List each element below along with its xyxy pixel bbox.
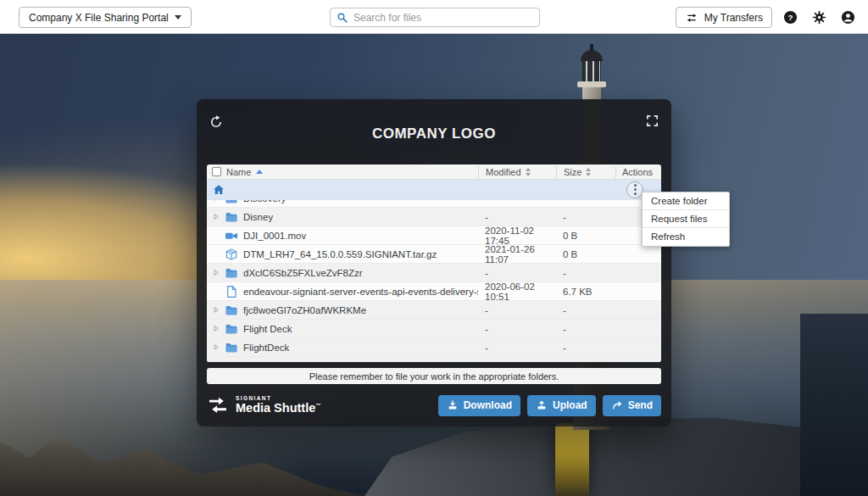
table-row[interactable]: fjc8woeGl7oZH0afWKRKMe - - xyxy=(207,301,661,320)
home-icon[interactable] xyxy=(212,183,225,197)
actions-kebab-button[interactable] xyxy=(626,181,643,198)
search-bar[interactable] xyxy=(330,8,540,27)
table-row[interactable] xyxy=(207,357,661,362)
portal-selector[interactable]: Company X File Sharing Portal xyxy=(19,7,192,28)
video-file-icon xyxy=(225,229,238,242)
panel-header: COMPANY LOGO xyxy=(207,99,661,164)
settings-button[interactable] xyxy=(811,9,827,25)
send-icon xyxy=(611,399,623,411)
folder-icon xyxy=(225,210,238,224)
file-name: Disney xyxy=(243,212,273,222)
table-row[interactable]: Flight Deck - - xyxy=(207,320,661,338)
table-header: Name Modified Size Actions xyxy=(207,164,661,180)
menu-item-create-folder[interactable]: Create folder xyxy=(643,192,729,210)
panel-footer: SIGNIANT Media Shuttle™ Download Upload … xyxy=(207,384,661,426)
my-transfers-button[interactable]: My Transfers xyxy=(676,7,772,28)
search-input[interactable] xyxy=(353,12,533,24)
file-name: Flight Deck xyxy=(243,324,292,334)
document-file-icon xyxy=(225,285,238,298)
file-list: Discovery - - Disney - - xyxy=(207,200,661,362)
upload-icon xyxy=(536,399,548,411)
download-icon xyxy=(447,399,459,411)
folder-icon xyxy=(225,266,238,280)
folder-icon xyxy=(225,341,238,354)
account-button[interactable] xyxy=(840,9,856,25)
folder-icon xyxy=(225,322,238,336)
file-name: Discovery xyxy=(243,200,286,203)
table-row[interactable]: DJI_0001.mov 2020-11-02 17:45 0 B xyxy=(207,226,661,245)
table-row[interactable]: endeavour-signiant-server-events-api-eve… xyxy=(207,282,661,301)
actions-context-menu: Create folder Request files Refresh xyxy=(642,192,730,247)
expand-icon xyxy=(645,114,659,128)
sort-icon xyxy=(526,168,531,176)
folder-icon xyxy=(225,359,238,363)
table-row[interactable]: FlightDeck - - xyxy=(207,338,661,357)
download-button[interactable]: Download xyxy=(438,395,520,416)
media-shuttle-wordmark: Media Shuttle™ xyxy=(236,402,320,415)
menu-item-refresh[interactable]: Refresh xyxy=(643,228,729,246)
sort-asc-icon xyxy=(256,170,263,174)
upload-button[interactable]: Upload xyxy=(527,395,596,416)
help-button[interactable] xyxy=(782,9,798,25)
media-shuttle-logo: SIGNIANT Media Shuttle™ xyxy=(207,395,320,415)
file-name: DTM_LRH7_64_15.0.0.559.SIGNIANT.tar.gz xyxy=(243,249,437,259)
company-logo-title: COMPANY LOGO xyxy=(207,99,661,142)
column-size[interactable]: Size xyxy=(564,167,581,177)
help-icon xyxy=(782,9,798,25)
file-name: DJI_0001.mov xyxy=(243,231,306,241)
table-row[interactable]: Disney - - xyxy=(207,208,661,226)
refresh-icon xyxy=(209,114,224,130)
file-name: FlightDeck xyxy=(243,343,289,353)
expand-caret-icon[interactable] xyxy=(212,325,220,332)
column-actions: Actions xyxy=(622,167,653,177)
sort-icon xyxy=(586,168,591,176)
menu-item-request-files[interactable]: Request files xyxy=(643,210,729,228)
chevron-down-icon xyxy=(175,15,181,20)
expand-caret-icon[interactable] xyxy=(212,306,220,314)
expand-caret-icon[interactable] xyxy=(212,213,220,220)
search-icon xyxy=(337,12,348,24)
file-table: Name Modified Size Actions xyxy=(207,164,661,362)
column-modified[interactable]: Modified xyxy=(486,167,521,177)
file-name: endeavour-signiant-server-events-api-eve… xyxy=(243,287,478,297)
archive-file-icon xyxy=(225,248,238,261)
refresh-button[interactable] xyxy=(209,114,224,130)
transfers-arrows-icon xyxy=(685,12,698,24)
gear-icon xyxy=(811,9,827,25)
portal-panel: COMPANY LOGO Name Modified Size Actions xyxy=(197,99,671,426)
folder-icon xyxy=(225,200,238,205)
column-name[interactable]: Name xyxy=(226,167,251,177)
expand-caret-icon[interactable] xyxy=(212,343,220,351)
fullscreen-button[interactable] xyxy=(645,114,659,128)
table-row[interactable]: dXclC6SbZ5FXLveZvF8Zzr - - xyxy=(207,264,661,282)
table-row[interactable]: DTM_LRH7_64_15.0.0.559.SIGNIANT.tar.gz 2… xyxy=(207,245,661,264)
shuttle-arrows-icon xyxy=(207,397,229,414)
pier-bollard xyxy=(555,423,589,496)
user-icon xyxy=(840,9,856,25)
table-row[interactable]: Discovery - - xyxy=(207,200,661,208)
file-name: dXclC6SbZ5FXLveZvF8Zzr xyxy=(243,268,363,278)
background-water xyxy=(800,314,868,496)
home-row[interactable] xyxy=(207,180,661,200)
folder-icon xyxy=(225,304,238,317)
portal-notice: Please remember to file your work in the… xyxy=(207,368,661,384)
top-bar: Company X File Sharing Portal My Transfe… xyxy=(0,0,868,34)
my-transfers-label: My Transfers xyxy=(704,12,763,24)
portal-selector-label: Company X File Sharing Portal xyxy=(29,12,169,24)
file-name: fjc8woeGl7oZH0afWKRKMe xyxy=(243,305,366,315)
send-button[interactable]: Send xyxy=(603,395,661,416)
select-all-checkbox[interactable] xyxy=(212,167,221,176)
expand-caret-icon[interactable] xyxy=(212,200,220,202)
expand-caret-icon[interactable] xyxy=(212,269,220,276)
